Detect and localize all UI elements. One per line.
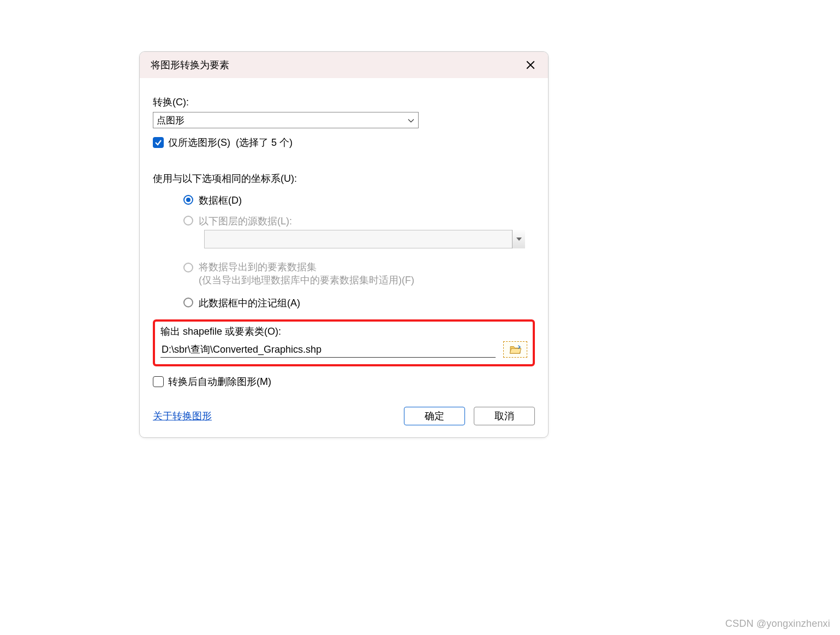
selected-only-row: 仅所选图形(S) (选择了 5 个) xyxy=(153,136,535,149)
radio-anno-group-row: 此数据框中的注记组(A) xyxy=(183,296,535,310)
close-button[interactable] xyxy=(523,57,538,73)
output-row xyxy=(160,341,527,358)
folder-open-icon xyxy=(509,345,521,354)
radio-anno-group[interactable] xyxy=(183,298,193,307)
coord-radio-group-2: 将数据导出到的要素数据集 (仅当导出到地理数据库中的要素数据集时适用)(F) 此… xyxy=(183,260,535,310)
radio-dataset-label: 将数据导出到的要素数据集 (仅当导出到地理数据库中的要素数据集时适用)(F) xyxy=(199,260,414,287)
radio-anno-group-label: 此数据框中的注记组(A) xyxy=(199,296,300,310)
button-group: 确定 取消 xyxy=(404,407,535,425)
layer-dropdown[interactable] xyxy=(204,230,525,248)
delete-after-checkbox[interactable] xyxy=(153,376,164,387)
radio-layer-source-row: 以下图层的源数据(L): xyxy=(183,215,535,228)
radio-layer-source[interactable] xyxy=(183,216,193,225)
coord-system-label: 使用与以下选项相同的坐标系(U): xyxy=(153,172,535,185)
dialog-body: 转换(C): 点图形 仅所选图形(S) (选择了 5 个) 使用与以下选项相同的… xyxy=(140,78,548,437)
selected-only-checkbox[interactable] xyxy=(153,137,164,148)
radio-dataset[interactable] xyxy=(183,263,193,272)
radio-layer-source-label: 以下图层的源数据(L): xyxy=(199,215,292,228)
convert-label: 转换(C): xyxy=(153,96,535,109)
delete-after-label: 转换后自动删除图形(M) xyxy=(168,375,271,388)
output-section-highlight: 输出 shapefile 或要素类(O): xyxy=(153,319,535,366)
layer-dropdown-wrap xyxy=(204,230,525,248)
output-label: 输出 shapefile 或要素类(O): xyxy=(160,325,527,338)
coord-radio-group: 数据框(D) 以下图层的源数据(L): xyxy=(183,194,535,228)
close-icon xyxy=(526,60,535,70)
ok-button[interactable]: 确定 xyxy=(404,407,465,425)
radio-data-frame-row: 数据框(D) xyxy=(183,194,535,207)
watermark: CSDN @yongxinzhenxi xyxy=(725,618,830,630)
titlebar: 将图形转换为要素 xyxy=(140,52,548,78)
convert-graphics-dialog: 将图形转换为要素 转换(C): 点图形 仅所选图形(S) (选择了 5 个) 使… xyxy=(139,51,549,438)
convert-select[interactable]: 点图形 xyxy=(153,112,419,128)
dialog-title: 将图形转换为要素 xyxy=(151,58,229,72)
radio-data-frame[interactable] xyxy=(183,195,193,205)
selected-only-label: 仅所选图形(S) (选择了 5 个) xyxy=(168,136,293,149)
convert-select-wrap: 点图形 xyxy=(153,112,419,128)
output-path-input[interactable] xyxy=(160,341,496,358)
dialog-footer: 关于转换图形 确定 取消 xyxy=(153,407,535,425)
radio-dataset-row: 将数据导出到的要素数据集 (仅当导出到地理数据库中的要素数据集时适用)(F) xyxy=(183,260,535,287)
browse-button[interactable] xyxy=(503,341,527,358)
delete-after-row: 转换后自动删除图形(M) xyxy=(153,375,535,388)
radio-data-frame-label: 数据框(D) xyxy=(199,194,242,207)
about-link[interactable]: 关于转换图形 xyxy=(153,410,212,423)
cancel-button[interactable]: 取消 xyxy=(474,407,535,425)
